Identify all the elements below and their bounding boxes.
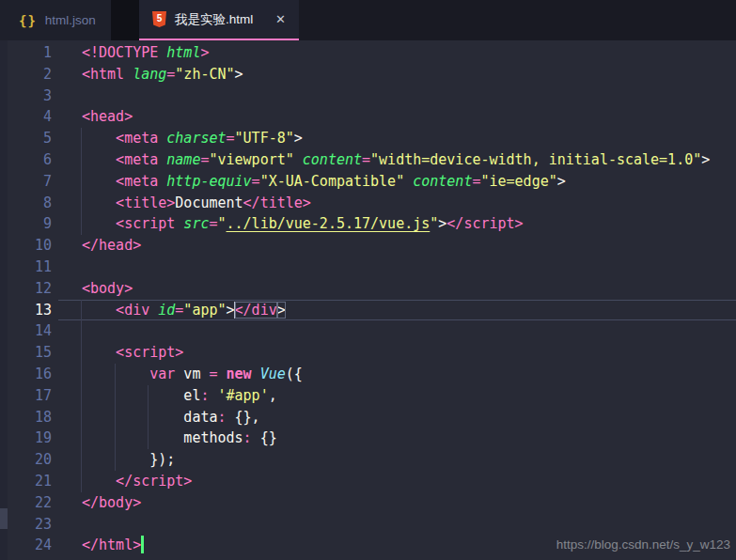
code-lines: 1<!DOCTYPE html>2<html lang="zh-CN">34<h… (0, 42, 736, 556)
indent-guide (115, 407, 116, 428)
code-token: "width=device-width, initial-scale=1.0" (370, 151, 701, 168)
code-line: 10</head> (0, 235, 736, 257)
code-token: id (149, 302, 175, 319)
code-token: </html> (82, 537, 141, 553)
code-line: 3 (0, 86, 736, 107)
code-token: <meta (116, 130, 158, 147)
indent-guide (81, 171, 82, 193)
code-line-content: <script> (82, 342, 183, 364)
code-token: = (252, 173, 260, 190)
indent-guide (81, 213, 82, 235)
csdn-watermark: https://blog.csdn.net/s_y_w123 (556, 537, 730, 552)
line-number: 3 (0, 86, 52, 107)
code-token: src (175, 215, 209, 232)
code-line-content: var vm = new Vue({ (82, 364, 303, 385)
code-token: <div (116, 302, 149, 319)
code-line: 6<meta name="viewport" content="width=de… (0, 149, 736, 171)
indent-guide (81, 471, 82, 492)
code-line: 11 (0, 257, 736, 278)
code-line: 17el: '#app', (0, 385, 736, 407)
code-token: : (243, 429, 252, 446)
indent-guide (81, 449, 82, 471)
code-line-content: <html lang="zh-CN"> (82, 64, 243, 86)
code-line-content: <div id="app"></div> (82, 300, 286, 321)
code-token: > (235, 66, 243, 83)
code-token: "viewport" (209, 151, 293, 168)
code-line: 15<script> (0, 342, 736, 364)
indent-guide (81, 149, 82, 171)
line-number: 2 (0, 64, 52, 86)
code-token: content (404, 173, 472, 190)
code-line: 5<meta charset="UTF-8"> (0, 128, 736, 149)
code-token: content (294, 151, 362, 168)
code-token: " (217, 215, 226, 232)
indent-guide (115, 428, 116, 449)
line-number: 9 (0, 213, 52, 235)
json-braces-icon: {} (19, 13, 37, 28)
green-caret (141, 536, 144, 553)
indent-guide (81, 300, 82, 321)
code-line: 12<body> (0, 278, 736, 300)
code-editor[interactable]: 1<!DOCTYPE html>2<html lang="zh-CN">34<h… (0, 40, 736, 560)
code-token: > (294, 130, 303, 147)
tab-active-experiment-html[interactable]: 5 我是实验.html ✕ (139, 0, 299, 40)
code-token: Document (175, 194, 243, 211)
code-line-content: data: {}, (82, 407, 260, 428)
code-line-content: <body> (82, 278, 133, 300)
code-token: "app" (183, 302, 226, 319)
indent-guide (148, 428, 149, 449)
tab-label: html.json (45, 13, 96, 27)
code-token: <script (116, 215, 175, 232)
code-token: {}, (227, 409, 260, 426)
code-token: > (200, 44, 209, 61)
code-token: name (158, 151, 200, 168)
code-line: 23 (0, 514, 736, 536)
code-token: </div (235, 302, 277, 319)
line-number: 13 (0, 300, 52, 321)
line-number: 7 (0, 171, 52, 193)
indent-guide (81, 385, 82, 407)
code-token: "X-UA-Compatible" (260, 173, 405, 190)
code-token: http-equiv (158, 173, 251, 190)
tab-html-json[interactable]: {} html.json (0, 0, 111, 40)
line-number: 8 (0, 193, 52, 214)
line-number: 18 (0, 407, 52, 428)
code-line-content: <meta name="viewport" content="width=dev… (82, 149, 710, 171)
code-token: <body> (82, 280, 133, 297)
code-token: </body> (82, 494, 141, 511)
code-token: new (227, 366, 252, 382)
tab-bar: {} html.json 5 我是实验.html ✕ (0, 0, 736, 40)
code-token: var (149, 366, 175, 382)
line-number: 20 (0, 449, 52, 471)
code-line: 7<meta http-equiv="X-UA-Compatible" cont… (0, 171, 736, 193)
line-number: 21 (0, 471, 52, 492)
code-token: html (158, 44, 200, 61)
code-token: {} (252, 429, 277, 446)
code-line: 2<html lang="zh-CN"> (0, 64, 736, 86)
code-line-content: el: '#app', (82, 385, 277, 407)
code-line-content: <!DOCTYPE html> (82, 42, 209, 64)
code-token: </script> (446, 215, 523, 232)
code-line-content: <title>Document</title> (82, 193, 311, 214)
code-line-content: <meta http-equiv="X-UA-Compatible" conte… (82, 171, 566, 193)
code-line-content: <head> (82, 106, 133, 128)
code-line: 16var vm = new Vue({ (0, 364, 736, 385)
code-token: <title> (116, 194, 175, 211)
tab-bar-filler (299, 0, 736, 40)
html5-icon: 5 (152, 11, 166, 27)
code-token: charset (158, 130, 226, 147)
indent-guide (148, 385, 149, 407)
code-line: 1<!DOCTYPE html> (0, 42, 736, 64)
line-number: 11 (0, 257, 52, 278)
code-token: = (175, 302, 183, 319)
code-token: "zh-CN" (175, 66, 234, 83)
code-token: , (269, 387, 277, 404)
line-number: 10 (0, 235, 52, 257)
code-token: Vue (260, 366, 286, 382)
code-token: <meta (116, 173, 158, 190)
indent-guide (115, 449, 116, 471)
code-token: = (362, 151, 370, 168)
close-icon[interactable]: ✕ (272, 10, 290, 28)
tab-bar-gap (111, 0, 139, 40)
code-token: > (701, 151, 710, 168)
